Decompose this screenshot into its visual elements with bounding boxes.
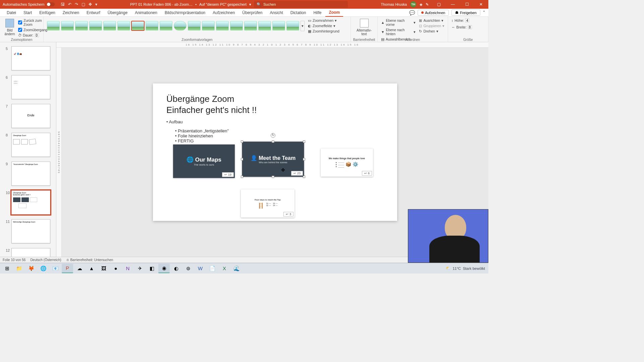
app-icon-3[interactable]: ● [110,264,121,273]
zoomrahmen-button[interactable]: ▭ Zoomrahmen ▾ [308,18,339,23]
slide-canvas[interactable]: Übergänge Zoom Einfacher geht's nicht !!… [153,83,397,221]
gallery-more-icon[interactable]: ▾ [301,21,305,31]
tab-uebergaenge[interactable]: Übergänge [104,9,131,16]
slide-thumb-9[interactable]: 9"Automatische" Übergänge Zoom [11,162,50,186]
powerpoint-icon[interactable]: P [62,264,73,273]
tab-zeichnen[interactable]: Zeichnen [59,9,83,16]
edge-icon[interactable]: 🌊 [231,264,242,273]
width-input[interactable] [468,25,472,29]
app-icon-6[interactable]: ⊚ [182,264,194,273]
ribbon-collapse-icon[interactable]: ˅ [483,10,485,15]
touch-icon[interactable]: ✥ [89,2,92,7]
slide-thumb-5[interactable]: 5🚀 👤 💼 [11,46,50,70]
duration-input[interactable] [35,33,39,37]
excel-icon[interactable]: X [219,264,230,273]
weather-widget[interactable]: ⛅ 11°C Stark bewölkt [446,266,487,270]
autosave-toggle[interactable]: Automatisches Speichern [0,2,57,6]
record-button[interactable]: Aufzeichnen [418,10,449,16]
tab-start[interactable]: Start [20,9,35,16]
zoom-tile-things[interactable]: We make things that people love ●●● ────… [321,148,373,177]
qat-more-icon[interactable]: ▾ [95,2,97,7]
tab-entwurf[interactable]: Entwurf [83,9,104,16]
zoom-tile-team[interactable]: 👤 Meet the Team Who are behind the scene… [242,142,304,177]
drehen-button[interactable]: ↻ Drehen ▾ [419,29,444,34]
save-icon[interactable]: 🖫 [61,2,65,7]
bullet-list[interactable]: Aufbau [166,119,384,124]
resize-handle-e[interactable] [303,158,305,161]
height-field[interactable]: ↕ Höhe: [451,18,485,23]
pen-icon[interactable]: ✎ [426,2,429,7]
slide-thumb-12[interactable]: 12 [11,248,50,257]
start-button[interactable]: ⊞ [1,264,13,273]
minimize-button[interactable]: — [446,0,460,9]
resize-handle-w[interactable] [241,158,243,161]
slide-title-2[interactable]: Einfacher geht's nicht !! [166,105,384,116]
resize-handle-sw[interactable] [241,176,243,178]
slide-counter[interactable]: Folie 10 von 56 [3,258,25,262]
resize-handle-ne[interactable] [303,140,305,143]
width-field[interactable]: ↔ Breite: [451,25,485,29]
slide-thumb-10[interactable]: 10Übergänge Zoom Einfacher geht's nicht … [11,190,50,215]
ebene-vorne-button[interactable]: ▲ Ebene nach vorne ▾ [381,18,416,27]
outlook-icon[interactable]: 📧 [50,264,61,273]
tab-dictation[interactable]: Dictation [287,9,310,16]
bild-aendern-button[interactable]: Bild ändern [3,18,16,38]
app-icon-1[interactable]: ☁ [74,264,85,273]
ribbon-options-icon[interactable]: ▢ [432,0,445,9]
firefox-icon[interactable]: 🦊 [25,264,37,273]
language-status[interactable]: Deutsch (Österreich) [30,258,61,262]
rotate-handle[interactable] [271,133,275,138]
tab-animationen[interactable]: Animationen [131,9,161,16]
ausrichten-button[interactable]: ⊞ Ausrichten ▾ [419,18,444,23]
resize-handle-n[interactable] [272,140,274,143]
zoom-tile-fourways[interactable]: Four ways to reach the Top 🪜 01 ──02 ── … [241,189,294,218]
app-icon-4[interactable]: ◧ [146,264,158,273]
alternativtext-button[interactable]: Alternativ- text [354,18,374,37]
tab-einfuegen[interactable]: Einfügen [36,9,58,16]
undo-icon[interactable]: ↶ [68,2,71,7]
zoomeffekte-button[interactable]: ◐ Zoomeffekte ▾ [308,23,339,28]
close-button[interactable]: ✕ [474,0,488,9]
slide-thumb-6[interactable]: 6○○○○○○ [11,75,50,99]
gruppieren-button[interactable]: ⊡ Gruppieren ▾ [419,23,444,28]
onenote-icon[interactable]: N [122,264,133,273]
tab-ueberpruefen[interactable]: Überprüfen [239,9,266,16]
tab-zoom[interactable]: Zoom [325,9,343,17]
maximize-button[interactable]: ☐ [460,0,474,9]
app-icon-7[interactable]: 📄 [207,264,218,273]
back-to-zoom-checkbox[interactable]: Zurück zum Zoom [18,18,47,27]
toggle-switch[interactable] [47,2,55,6]
zoom-transition-checkbox[interactable]: Zoomübergang [18,27,47,32]
redo-icon[interactable]: ↷ [75,2,78,7]
comments-icon[interactable]: 💬 [409,10,415,15]
vlc-icon[interactable]: ▲ [86,264,97,273]
resize-handle-s[interactable] [272,176,274,178]
tab-datei[interactable]: Datei [3,9,19,16]
resize-handle-nw[interactable] [241,140,243,143]
tab-bildschirm[interactable]: Bildschirmpräsentation [161,9,209,16]
slide-title-1[interactable]: Übergänge Zoom [166,94,384,105]
zoomhintergrund-button[interactable]: ▦ Zoomhintergrund [308,29,339,34]
chrome-icon[interactable]: 🌐 [38,264,49,273]
slide-thumb-8[interactable]: 8Übergänge Zoom [11,133,50,157]
resize-handle-se[interactable] [303,176,305,178]
thumbnail-panel[interactable]: 5🚀 👤 💼 6○○○○○○ 7Ende 8Übergänge Zoom 9"A… [0,42,56,257]
duration-field[interactable]: ⏱Dauer: [18,33,47,38]
tab-hilfe[interactable]: Hilfe [310,9,325,16]
slide-thumb-11[interactable]: 11Mehrstufige Übergänge Zoom [11,219,50,243]
app-icon-2[interactable]: 🖼 [98,264,109,273]
search-box[interactable]: 🔍 Suchen [254,1,348,8]
obs-icon[interactable]: ◉ [158,264,170,273]
tab-aufzeichnen[interactable]: Aufzeichnen [209,9,238,16]
title-dropdown-icon[interactable]: ▾ [249,2,251,7]
word-icon[interactable]: W [195,264,206,273]
accessibility-status[interactable]: ⛭ Barrierefreiheit: Untersuchen [66,258,113,262]
slide-thumb-7[interactable]: 7Ende [11,104,50,128]
ebene-hinten-button[interactable]: ▼ Ebene nach hinten ▾ [381,27,416,36]
share-button[interactable]: ☗Freigeben [451,9,480,16]
user-avatar[interactable]: TH [410,1,416,7]
zoom-tile-maps[interactable]: 🌐 Our Maps The worls is ours ↩ 19 [173,144,235,178]
slideshow-icon[interactable]: ▢ [82,2,85,7]
height-input[interactable] [465,18,469,22]
app-icon-5[interactable]: ◐ [170,264,182,273]
